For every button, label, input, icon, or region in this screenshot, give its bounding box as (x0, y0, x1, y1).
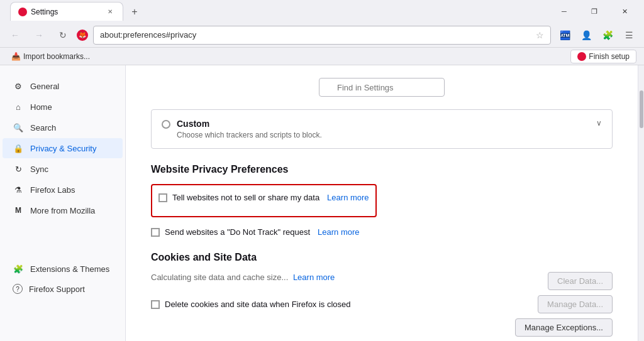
minimize-button[interactable]: ─ (550, 2, 579, 21)
sidebar-item-home[interactable]: ⌂ Home (3, 97, 123, 117)
do-not-track-learn-more-link[interactable]: Learn more (318, 227, 359, 237)
extensions-themes-icon: 🧩 (13, 263, 24, 274)
manage-exceptions-row: Manage Exceptions... (151, 318, 613, 337)
finish-setup-label: Finish setup (589, 52, 630, 61)
sidebar-item-search[interactable]: 🔍 Search (3, 117, 123, 138)
sidebar-sync-label: Sync (30, 165, 48, 174)
new-tab-button[interactable]: + (126, 3, 143, 21)
custom-tracking-card[interactable]: Custom Choose which trackers and scripts… (151, 109, 613, 149)
tell-websites-learn-more-link[interactable]: Learn more (327, 193, 369, 202)
website-privacy-section: Website Privacy Preferences Tell website… (151, 164, 613, 239)
delete-cookies-checkbox[interactable] (151, 300, 160, 309)
address-bar[interactable]: about:preferences#privacy ☆ (93, 26, 551, 45)
manage-exceptions-button[interactable]: Manage Exceptions... (515, 318, 613, 337)
clear-data-button[interactable]: Clear Data... (548, 272, 613, 290)
sidebar-search-label: Search (30, 123, 56, 133)
cookies-description: Calculating site data and cache size... … (151, 273, 335, 282)
tab-favicon (18, 8, 27, 16)
custom-radio[interactable] (162, 120, 170, 129)
forward-button[interactable]: → (29, 25, 49, 45)
sidebar-item-firefox-labs[interactable]: ⚗ Firefox Labs (3, 180, 123, 200)
finish-setup-button[interactable]: Finish setup (570, 50, 636, 63)
restore-button[interactable]: ❐ (580, 2, 609, 21)
tab-close-button[interactable]: ✕ (105, 7, 115, 17)
extensions-button[interactable]: 🧩 (597, 25, 618, 45)
cookies-calc-text: Calculating site data and cache size... (151, 273, 288, 282)
do-not-track-label: Send websites a "Do Not Track" request (165, 227, 310, 237)
labs-icon: ⚗ (13, 184, 24, 195)
nav-right-controls: 🏧 👤 🧩 ☰ (555, 25, 639, 45)
mozilla-icon: M (13, 205, 24, 216)
sidebar-item-more-mozilla[interactable]: M More from Mozilla (3, 200, 123, 220)
sync-icon: ↻ (13, 163, 24, 175)
cookies-title: Cookies and Site Data (151, 252, 613, 263)
search-icon: 🔍 (13, 122, 24, 133)
finish-setup-icon (577, 52, 586, 61)
sidebar-mozilla-label: More from Mozilla (30, 206, 95, 215)
import-label: Import bookmarks... (23, 52, 90, 61)
refresh-button[interactable]: ↻ (53, 25, 73, 45)
cookies-section: Cookies and Site Data Calculating site d… (151, 252, 613, 337)
sidebar-item-privacy[interactable]: 🔒 Privacy & Security (3, 138, 123, 158)
sidebar-privacy-label: Privacy & Security (30, 144, 96, 153)
find-wrapper: 🔍 (319, 78, 445, 97)
cookies-learn-more-link[interactable]: Learn more (293, 273, 335, 282)
settings-main: 🔍 Custom Choose which trackers and scrip… (126, 65, 638, 341)
import-bookmarks-button[interactable]: 📥 Import bookmarks... (8, 51, 94, 62)
settings-tab[interactable]: Settings ✕ (10, 2, 123, 21)
sidebar-item-sync[interactable]: ↻ Sync (3, 159, 123, 179)
scrollbar-thumb[interactable] (640, 90, 643, 128)
custom-expand-icon[interactable]: ∨ (596, 119, 602, 127)
support-icon: ? (13, 284, 23, 294)
sidebar-item-general[interactable]: ⚙ General (3, 76, 123, 96)
website-privacy-title: Website Privacy Preferences (151, 164, 613, 175)
navigation-bar: ← → ↻ 🦊 about:preferences#privacy ☆ 🏧 👤 … (0, 23, 644, 48)
sidebar-general-label: General (30, 82, 59, 91)
privacy-icon: 🔒 (13, 143, 24, 154)
bookmark-star-icon[interactable]: ☆ (536, 30, 544, 40)
bookmark-bar: 📥 Import bookmarks... Finish setup (0, 48, 644, 65)
do-not-track-checkbox[interactable] (151, 228, 160, 237)
sidebar-extensions-label: Extensions & Themes (30, 264, 109, 274)
sidebar-item-extensions[interactable]: 🧩 Extensions & Themes (3, 259, 123, 279)
sidebar-item-support[interactable]: ? Firefox Support (3, 279, 123, 298)
tab-bar: Settings ✕ + (5, 2, 547, 21)
tell-websites-row: Tell websites not to sell or share my da… (158, 190, 369, 205)
manage-data-button[interactable]: Manage Data... (538, 295, 613, 313)
do-not-track-row: Send websites a "Do Not Track" request L… (151, 225, 613, 239)
tab-label: Settings (31, 8, 101, 16)
account-button[interactable]: 👤 (576, 25, 596, 45)
window-controls: ─ ❐ ✕ (550, 2, 639, 21)
sidebar-home-label: Home (30, 102, 52, 112)
import-icon: 📥 (11, 52, 21, 61)
general-icon: ⚙ (13, 80, 24, 92)
find-bar: 🔍 (151, 78, 613, 97)
find-settings-input[interactable] (319, 78, 445, 97)
title-bar: Settings ✕ + ─ ❐ ✕ (0, 0, 644, 23)
delete-cookies-row: Delete cookies and site data when Firefo… (151, 297, 351, 311)
delete-cookies-label: Delete cookies and site data when Firefo… (165, 300, 351, 309)
browser-window: Settings ✕ + ─ ❐ ✕ ← → ↻ 🦊 about:prefere… (0, 0, 644, 341)
firefox-icon: 🦊 (77, 30, 88, 41)
tell-websites-checkbox[interactable] (158, 193, 167, 202)
scrollbar[interactable] (638, 65, 644, 341)
menu-button[interactable]: ☰ (619, 25, 639, 45)
sidebar-labs-label: Firefox Labs (30, 185, 75, 195)
custom-title: Custom (177, 119, 590, 129)
address-text: about:preferences#privacy (100, 30, 536, 40)
address-bar-container: 🦊 about:preferences#privacy ☆ (77, 26, 551, 45)
tell-websites-label: Tell websites not to sell or share my da… (172, 193, 319, 202)
home-icon: ⌂ (13, 101, 24, 112)
custom-card-content: Custom Choose which trackers and scripts… (177, 119, 590, 139)
custom-description: Choose which trackers and scripts to blo… (177, 131, 590, 139)
sidebar: ⚙ General ⌂ Home 🔍 Search 🔒 Privacy & Se… (0, 65, 126, 341)
back-button[interactable]: ← (5, 25, 25, 45)
sidebar-support-label: Firefox Support (29, 284, 85, 294)
pocket-button[interactable]: 🏧 (555, 25, 575, 45)
content-area: ⚙ General ⌂ Home 🔍 Search 🔒 Privacy & Se… (0, 65, 644, 341)
close-button[interactable]: ✕ (610, 2, 639, 21)
tell-websites-highlighted-row: Tell websites not to sell or share my da… (151, 184, 377, 217)
